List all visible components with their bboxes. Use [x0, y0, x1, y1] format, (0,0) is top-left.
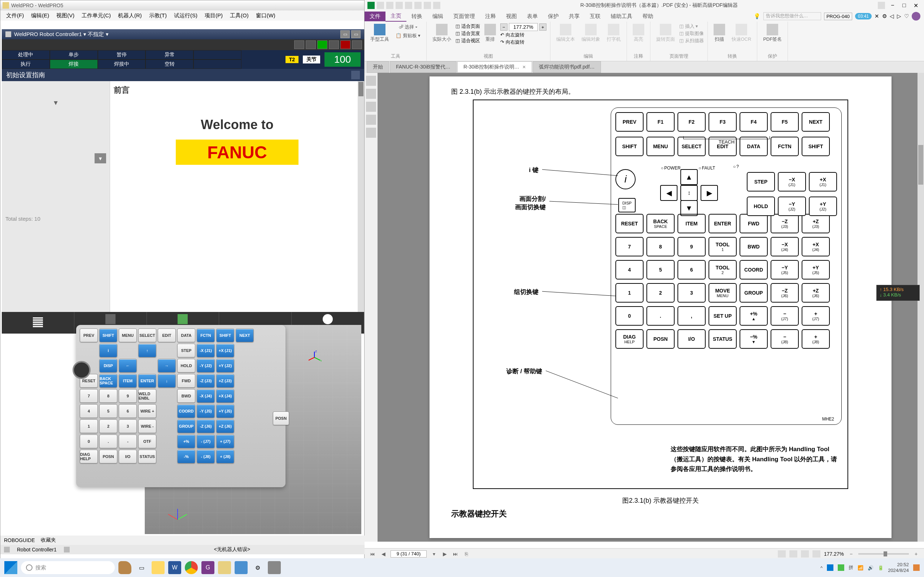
- rc-footer-menu[interactable]: [2, 312, 74, 334]
- ribbon-scan[interactable]: 扫描: [711, 23, 727, 43]
- menu-edit[interactable]: 编辑(E): [29, 11, 51, 20]
- pendant-key-i-o[interactable]: I/O: [119, 450, 137, 463]
- pdf-scrollbar[interactable]: [918, 73, 924, 542]
- pendant-key-diag-help[interactable]: DIAG HELP: [80, 450, 98, 463]
- pendant-key-wire-[interactable]: WIRE +: [138, 404, 156, 418]
- pendant-key-bwd[interactable]: BWD: [177, 389, 195, 403]
- pendant-key-menu[interactable]: MENU: [119, 329, 137, 342]
- ribbon-tab-home[interactable]: 主页: [386, 11, 406, 22]
- ribbon-hand-tool[interactable]: 手型工具: [368, 23, 391, 43]
- taskbar-app-explorer[interactable]: [152, 561, 165, 574]
- pendant-key--[interactable]: →: [158, 359, 176, 372]
- pendant-key-shift[interactable]: SHIFT: [216, 329, 234, 342]
- menu-tools[interactable]: 工具(O): [228, 11, 251, 20]
- menu-cell[interactable]: 工作单元(C): [79, 11, 113, 20]
- tray-onedrive-icon[interactable]: [827, 564, 834, 571]
- nav-first-icon[interactable]: ⏮: [369, 550, 376, 558]
- pendant-key--y-j5-[interactable]: -Y (J5): [197, 404, 215, 418]
- menu-testrun[interactable]: 试运行(S): [172, 11, 200, 20]
- tab-favorites[interactable]: 收藏夹: [41, 537, 56, 543]
- pendant-key--x-j4-[interactable]: +X (J4): [216, 389, 234, 403]
- pendant-key--[interactable]: ←: [119, 359, 137, 372]
- status-zoom-in[interactable]: +: [913, 550, 920, 558]
- pendant-key-next[interactable]: NEXT: [236, 329, 254, 342]
- ribbon-actualsize[interactable]: 实际大小: [430, 23, 453, 43]
- ribbon-tab-convert[interactable]: 转换: [406, 11, 427, 21]
- ribbon-tab-pagemgmt[interactable]: 页面管理: [448, 11, 480, 21]
- taskbar-clock[interactable]: 20:52 2024/8/24: [888, 562, 909, 573]
- pendant-key-5[interactable]: 5: [99, 404, 117, 418]
- ribbon-fitvisible[interactable]: ◫ 适合视区: [456, 37, 480, 44]
- nav-last-icon[interactable]: ⏭: [452, 550, 459, 558]
- pendant-key--j8-[interactable]: + (J8): [216, 450, 234, 463]
- sidebar-layers-icon[interactable]: [366, 128, 376, 138]
- pendant-key-9[interactable]: 9: [119, 389, 137, 403]
- pendant-key--y-j2-[interactable]: +Y (J2): [216, 359, 234, 372]
- ribbon-clipboard[interactable]: 📋 剪贴板 ▾: [393, 32, 423, 40]
- menu-window[interactable]: 窗口(W): [254, 11, 278, 20]
- qat-redo-icon[interactable]: [424, 2, 431, 9]
- pendant-key-4[interactable]: 4: [80, 404, 98, 418]
- pendant-key--[interactable]: ↓: [158, 374, 176, 388]
- ribbon-tab-help[interactable]: 帮助: [637, 11, 658, 21]
- pendant-key-edit[interactable]: EDIT: [158, 329, 176, 342]
- rc-tbtn-close[interactable]: [352, 40, 362, 49]
- ribbon-tab-form[interactable]: 表单: [522, 11, 543, 21]
- pendant-key-weld-enbl[interactable]: WELD ENBL: [138, 389, 156, 403]
- tab-roboguide[interactable]: ROBOGUIDE: [4, 537, 35, 543]
- tray-volume-icon[interactable]: 🔊: [868, 565, 874, 571]
- view-single-icon[interactable]: [778, 550, 786, 558]
- close-search-icon[interactable]: ✕: [874, 13, 879, 19]
- pendant-key-fctn[interactable]: FCTN: [197, 329, 215, 342]
- rc-tbtn-undo[interactable]: [294, 40, 304, 49]
- close-icon[interactable]: ✕: [522, 64, 526, 69]
- pendant-key--j8-[interactable]: - (J8): [197, 450, 215, 463]
- ribbon-reflow[interactable]: 重排: [482, 23, 498, 43]
- taskbar-app-foxit[interactable]: G: [201, 561, 215, 574]
- ribbon-tab-protect[interactable]: 保护: [543, 11, 564, 21]
- rc-tbtn-redo[interactable]: [306, 40, 316, 49]
- pendant-key-hold[interactable]: HOLD: [177, 359, 195, 372]
- ribbon-rotate-left[interactable]: ↶ 向左旋转: [500, 32, 546, 38]
- pendant-key--j7-[interactable]: + (J7): [216, 435, 234, 448]
- qat-more-icon[interactable]: [433, 2, 440, 9]
- pendant-key--x-j4-[interactable]: -X (J4): [197, 389, 215, 403]
- menu-file[interactable]: 文件(F): [4, 11, 26, 20]
- menu-robot[interactable]: 机器人(R): [116, 11, 144, 20]
- menu-project[interactable]: 项目(P): [202, 11, 225, 20]
- rc-scrollbar[interactable]: [358, 81, 364, 312]
- pendant-key--[interactable]: -%: [177, 450, 195, 463]
- pdf-close[interactable]: ✕: [910, 2, 921, 9]
- ribbon-pdfsign[interactable]: PDF签名: [761, 23, 784, 43]
- pendant-key-item[interactable]: ITEM: [119, 374, 137, 388]
- rc-speed-100[interactable]: 100: [325, 52, 360, 67]
- pendant-posn-side[interactable]: POSN: [273, 411, 289, 425]
- taskbar-app-weldpro[interactable]: [218, 561, 231, 574]
- zoom-out-icon[interactable]: −: [500, 23, 507, 31]
- pendant-key--z-j6-[interactable]: -Z (J6): [197, 419, 215, 433]
- pendant-key--j7-[interactable]: - (J7): [197, 435, 215, 448]
- sidebar-signatures-icon[interactable]: [366, 115, 376, 125]
- pdf-page[interactable]: 图 2.3.1(b) 示出示教器的键控开关的布局。 i 键 画面分割/ 画面切换…: [430, 76, 892, 538]
- rc-header-layout-icon[interactable]: [351, 71, 360, 79]
- pendant-onoff-switch[interactable]: [73, 361, 90, 379]
- ribbon-zoom-control[interactable]: − +: [500, 23, 546, 31]
- rc-btn-2[interactable]: ▭: [351, 30, 360, 38]
- ribbon-tab-file[interactable]: 文件: [365, 11, 386, 21]
- pendant-key-fwd[interactable]: FWD: [177, 374, 195, 388]
- view-facing-icon[interactable]: [801, 550, 809, 558]
- pendant-key-3[interactable]: 3: [119, 419, 137, 433]
- doc-tab-arcweld[interactable]: 弧焊功能说明书pdf.pdf…: [533, 61, 601, 73]
- pendant-key-disp[interactable]: DISP: [99, 359, 117, 372]
- zoom-input[interactable]: [509, 23, 538, 31]
- sidebar-thumbnails-icon[interactable]: [366, 76, 376, 86]
- page-number-input[interactable]: [391, 550, 426, 558]
- ribbon-select[interactable]: ⮰ 选择 ▾: [393, 23, 423, 31]
- doc-tab-r30ib-manual[interactable]: R-30iB控制柜操作说明…✕: [457, 61, 532, 73]
- qat-grid-icon[interactable]: [878, 2, 885, 9]
- taskbar-app-7[interactable]: [268, 561, 281, 574]
- status-zoom-out[interactable]: −: [848, 550, 855, 558]
- pendant-key--[interactable]: ↑: [138, 344, 156, 357]
- pendant-key-7[interactable]: 7: [80, 389, 98, 403]
- pendant-key-wire-[interactable]: WIRE -: [138, 419, 156, 433]
